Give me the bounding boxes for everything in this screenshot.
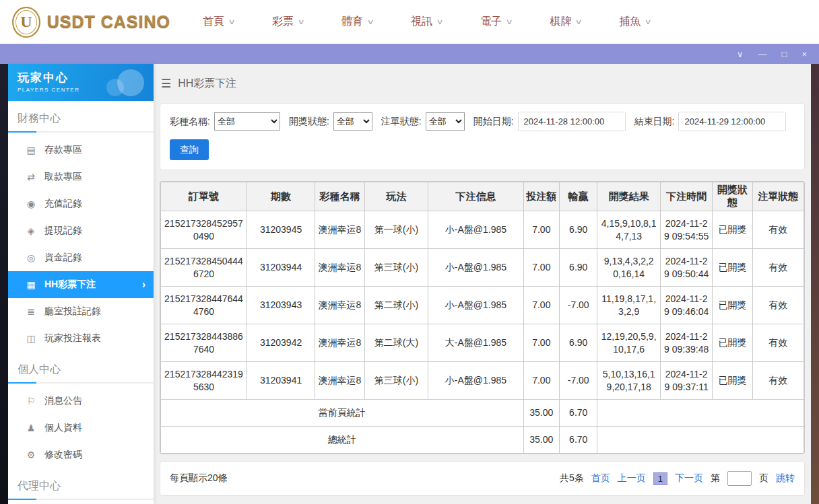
sidebar-item-player-bet-report[interactable]: ◫ 玩家投注報表 <box>8 325 154 352</box>
brand-logo[interactable]: U USDT CASINO <box>12 7 170 38</box>
recharge-record-icon: ◉ <box>26 199 36 209</box>
jump-suffix-label: 页 <box>759 472 768 484</box>
table-cell: 小-A盤@1.985 <box>428 211 523 249</box>
column-header: 下注時間 <box>660 182 712 211</box>
table-cell: 6.90 <box>560 249 597 287</box>
lottery-name-label: 彩種名稱: <box>170 116 210 128</box>
order-status-label: 注單狀態: <box>381 116 422 128</box>
prev-page-link[interactable]: 上一页 <box>618 472 646 484</box>
table-cell: 第三球(小) <box>364 362 428 400</box>
nav-item-chess[interactable]: 棋牌 ∨ <box>550 15 581 29</box>
sidebar-item-room-bet-record[interactable]: ≣ 廳室投註記錄 <box>8 298 154 325</box>
table-cell: 第三球(小) <box>364 249 428 287</box>
chevron-down-icon: ∨ <box>228 17 235 26</box>
lottery-name-select[interactable]: 全部 <box>214 112 280 131</box>
table-cell: 2024-11-29 09:37:11 <box>660 362 712 400</box>
page-jump-input[interactable] <box>727 471 752 486</box>
table-cell: 澳洲幸运8 <box>315 211 365 249</box>
table-cell: 2024-11-29 09:54:55 <box>660 211 712 249</box>
query-button[interactable]: 查詢 <box>170 139 209 160</box>
table-cell: 7.00 <box>523 324 559 362</box>
bets-table: 訂單號期數彩種名稱玩法下注信息投注額輸贏開獎結果下注時間開獎狀態注單狀態 215… <box>160 182 804 454</box>
current-page-indicator[interactable]: 1 <box>653 472 667 485</box>
table-row: 215217328450444672031203944澳洲幸运8第三球(小)小-… <box>161 249 804 287</box>
sidebar-item-label: 提現記錄 <box>44 225 82 237</box>
nav-item-label: 彩票 <box>272 15 294 29</box>
end-date-input[interactable] <box>678 112 786 131</box>
table-cell: 12,19,20,5,9,10,17,6 <box>597 324 661 362</box>
sidebar-item-recharge-record[interactable]: ◉ 充值記錄 <box>8 190 154 217</box>
nav-item-label: 電子 <box>480 15 502 29</box>
window-collapse-icon[interactable]: ∨ <box>737 50 744 59</box>
table-cell: -7.00 <box>560 362 597 400</box>
lottery-bet-icon: ▦ <box>26 279 36 290</box>
draw-status-select[interactable]: 全部 <box>333 112 372 131</box>
first-page-link[interactable]: 首页 <box>591 472 610 484</box>
logo-text: USDT CASINO <box>47 12 170 32</box>
nav-item-fishing[interactable]: 捕魚 ∨ <box>619 15 651 29</box>
next-page-link[interactable]: 下一页 <box>675 472 703 484</box>
column-header: 下注信息 <box>428 182 523 211</box>
logo-emblem-icon: U <box>12 7 40 38</box>
window-close-icon[interactable]: × <box>801 50 807 59</box>
nav-item-label: 棋牌 <box>550 15 571 29</box>
sidebar-item-withdraw[interactable]: ⇄ 取款專區 <box>8 164 154 190</box>
table-cell: 有效 <box>752 287 804 324</box>
sidebar-section-finance: 財務中心 <box>18 112 144 131</box>
deposit-icon: ▤ <box>26 145 36 155</box>
pagination-bar: 每頁顯示20條 共5条 首页 上一页 1 下一页 第 页 跳转 <box>160 461 805 496</box>
summary-empty-cell <box>597 427 804 454</box>
table-cell: 6.90 <box>560 211 597 249</box>
nav-item-home[interactable]: 首頁 ∨ <box>203 15 234 29</box>
sidebar-item-funds-record[interactable]: ◎ 資金記錄 <box>8 244 154 271</box>
table-body: 215217328452957049031203945澳洲幸运8第一球(小)小-… <box>161 211 804 454</box>
table-cell: 澳洲幸运8 <box>315 249 365 287</box>
table-cell: 31203943 <box>247 287 315 324</box>
nav-item-label: 首頁 <box>203 15 224 29</box>
change-password-icon: ⚙ <box>26 449 36 460</box>
table-cell: 第一球(小) <box>364 211 428 249</box>
main-nav: 首頁 ∨ 彩票 ∨ 體育 ∨ 視訊 ∨ 電子 ∨ 棋牌 ∨ 捕魚 ∨ <box>203 15 651 29</box>
column-header: 玩法 <box>364 182 428 211</box>
table-cell: 已開獎 <box>713 249 752 287</box>
sidebar-item-label: 存款專區 <box>44 144 82 156</box>
order-status-select[interactable]: 全部 <box>426 112 465 131</box>
nav-item-video[interactable]: 視訊 ∨ <box>411 15 443 29</box>
table-cell: 7.00 <box>523 211 559 249</box>
nav-item-lottery[interactable]: 彩票 ∨ <box>272 15 304 29</box>
window-maximize-icon[interactable]: □ <box>782 50 787 59</box>
sidebar-item-announcements[interactable]: ⚐ 消息公告 <box>8 388 154 415</box>
total-count-text: 共5条 <box>560 472 584 484</box>
start-date-input[interactable] <box>518 112 626 131</box>
sidebar-item-withdrawal-record[interactable]: ◈ 提現記錄 <box>8 217 154 244</box>
summary-win-total: 6.70 <box>560 400 597 427</box>
nav-item-sports[interactable]: 體育 ∨ <box>341 15 373 29</box>
hamburger-menu-icon[interactable]: ☰ <box>161 77 171 91</box>
section-divider <box>8 382 154 384</box>
page-title: HH彩票下注 <box>178 77 236 91</box>
table-cell: 31203942 <box>247 324 315 362</box>
nav-item-electronic[interactable]: 電子 ∨ <box>480 15 512 29</box>
sidebar-item-deposit[interactable]: ▤ 存款專區 <box>8 137 154 164</box>
sidebar-item-change-password[interactable]: ⚙ 修改密碼 <box>8 441 154 468</box>
table-cell: 2024-11-29 09:39:48 <box>660 324 712 362</box>
announcement-icon: ⚐ <box>26 396 36 406</box>
sidebar-item-hh-lottery-bet[interactable]: ▦ HH彩票下注 › <box>8 271 154 298</box>
column-header: 期數 <box>247 182 315 211</box>
window-minimize-icon[interactable]: — <box>758 50 767 59</box>
sidebar-item-label: 修改密碼 <box>44 449 82 461</box>
jump-prefix-label: 第 <box>711 472 720 484</box>
filter-panel: 彩種名稱: 全部 開獎狀態: 全部 注單狀態: 全部 開始日期: 結束日期: 查… <box>160 103 805 170</box>
section-label: 財務中心 <box>18 112 61 124</box>
withdraw-icon: ⇄ <box>26 172 36 182</box>
sidebar-header: 玩家中心 PLAYERS CENTER <box>8 64 154 101</box>
section-label: 代理中心 <box>18 480 61 491</box>
table-cell: 4,15,9,10,8,14,7,13 <box>597 211 661 249</box>
sidebar-item-profile[interactable]: ♟ 個人資料 <box>8 415 154 441</box>
jump-button[interactable]: 跳转 <box>776 472 795 484</box>
column-header: 輸贏 <box>560 182 597 211</box>
end-date-label: 結束日期: <box>634 116 675 128</box>
page-header: ☰ HH彩票下注 <box>160 64 805 103</box>
table-row: 215217328443886764031203942澳洲幸运8第二球(大)大-… <box>161 324 804 362</box>
table-cell: 6.90 <box>560 324 597 362</box>
